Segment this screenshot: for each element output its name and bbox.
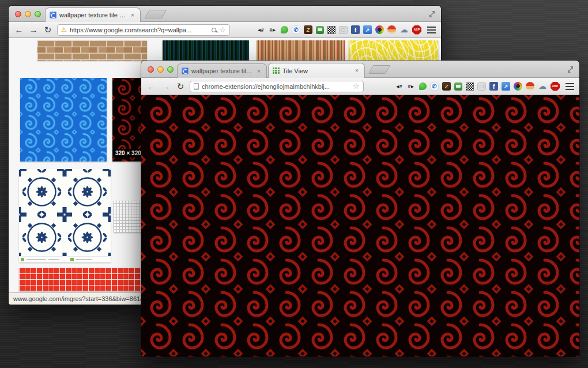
result-green-stripes-texture[interactable] <box>163 40 249 61</box>
color-wheel-extension-icon[interactable] <box>375 25 384 34</box>
new-tab-button[interactable] <box>145 10 167 18</box>
new-tab-button[interactable] <box>368 65 390 74</box>
zoom-window-button[interactable] <box>167 66 174 73</box>
screen-share-extension-icon[interactable] <box>454 82 462 91</box>
reload-button[interactable]: ↻ <box>43 25 53 34</box>
close-window-button[interactable] <box>148 66 154 73</box>
tab-strip: wallpaper texture tile – G × Tile View × <box>141 61 579 78</box>
tab-close-icon[interactable]: × <box>129 12 136 18</box>
share-arrow-extension-icon[interactable]: ↗ <box>502 82 510 91</box>
result-yellow-swirl-texture[interactable] <box>349 40 438 61</box>
menu-icon[interactable] <box>566 83 574 90</box>
tab-title: wallpaper texture tile – G <box>191 67 252 74</box>
tile-view-favicon <box>273 67 280 74</box>
resize-window-icon[interactable] <box>428 10 436 18</box>
resize-window-icon[interactable] <box>567 66 574 73</box>
qr-code-extension-icon[interactable] <box>466 82 474 91</box>
tab-close-icon[interactable]: × <box>353 67 360 74</box>
image-size-badge: 320 × 320 <box>112 149 144 157</box>
url-text[interactable]: https://www.google.com/search?q=wallpa..… <box>70 27 209 33</box>
extensions-row: ◄# #► ✆ Z f ↗ ☁ ABP <box>394 82 574 91</box>
tab-tile-view[interactable]: Tile View × <box>268 63 365 78</box>
tab-google-search[interactable]: wallpaper texture tile – Go × <box>45 7 141 22</box>
browser-window-tile-view: wallpaper texture tile – G × Tile View ×… <box>141 61 579 356</box>
back-button[interactable]: ← <box>146 82 157 91</box>
watermark-text-line <box>76 259 92 260</box>
browser-toolbar: ← → ↻ chrome-extension://ejhongliojmalmb… <box>141 78 579 95</box>
tab-strip: wallpaper texture tile – Go × <box>9 6 441 22</box>
tab-title: Tile View <box>282 67 350 74</box>
bookmark-star-icon[interactable]: ☆ <box>353 82 360 91</box>
watermark-logo-icon <box>21 258 24 261</box>
reload-button[interactable]: ↻ <box>175 82 186 91</box>
phone-extension-icon[interactable]: ✆ <box>292 25 300 34</box>
back-button[interactable]: ← <box>14 25 24 34</box>
hash-left-extension-icon[interactable]: ◄# <box>255 25 265 35</box>
forward-button[interactable]: → <box>28 25 39 34</box>
forward-button[interactable]: → <box>161 82 171 91</box>
watermark-text-line <box>27 259 46 260</box>
z-app-extension-icon[interactable]: Z <box>304 25 312 34</box>
traffic-lights <box>148 66 174 73</box>
traffic-lights <box>15 11 41 17</box>
tiled-wallpaper-preview <box>141 95 579 356</box>
security-warning-icon[interactable]: ⚠ <box>61 26 67 33</box>
green-pin-extension-icon[interactable] <box>281 26 288 33</box>
stock-watermark <box>19 256 111 262</box>
address-bar[interactable]: ⚠ https://www.google.com/search?q=wallpa… <box>57 24 230 36</box>
minimize-window-button[interactable] <box>157 66 164 73</box>
color-wheel-extension-icon[interactable] <box>514 82 522 91</box>
z-app-extension-icon[interactable]: Z <box>442 82 451 91</box>
page-icon <box>194 83 199 90</box>
result-brick-texture[interactable] <box>37 40 147 61</box>
hash-left-extension-icon[interactable]: ◄# <box>394 82 403 91</box>
close-window-button[interactable] <box>15 11 21 17</box>
qr-code-extension-icon[interactable] <box>327 26 336 34</box>
santa-extension-icon[interactable] <box>387 25 396 34</box>
phone-extension-icon[interactable]: ✆ <box>430 82 439 91</box>
bookmark-star-icon[interactable]: ☆ <box>219 25 226 34</box>
cloud-extension-icon[interactable]: ☁ <box>538 82 547 91</box>
disabled-extension-icon[interactable] <box>477 82 486 91</box>
browser-toolbar: ← → ↻ ⚠ https://www.google.com/search?q=… <box>9 22 441 38</box>
extensions-row: ◄# #► ✆ Z f ↗ ☁ ABP <box>255 25 436 35</box>
cloud-extension-icon[interactable]: ☁ <box>399 25 409 35</box>
result-blue-white-tile-texture[interactable] <box>19 169 111 262</box>
result-blue-swirl-texture[interactable] <box>20 78 107 162</box>
zoom-window-button[interactable] <box>35 11 41 17</box>
green-pin-extension-icon[interactable] <box>419 82 427 90</box>
hash-right-extension-icon[interactable]: #► <box>268 25 277 35</box>
santa-extension-icon[interactable] <box>526 82 534 91</box>
share-arrow-extension-icon[interactable]: ↗ <box>363 25 372 34</box>
address-bar[interactable]: chrome-extension://ejhongliojmalmbchihkb… <box>190 81 364 92</box>
facebook-extension-icon[interactable]: f <box>489 82 498 91</box>
hash-right-extension-icon[interactable]: #► <box>406 82 416 91</box>
minimize-window-button[interactable] <box>25 11 31 17</box>
tab-title: wallpaper texture tile – Go <box>59 12 126 18</box>
disabled-extension-icon[interactable] <box>339 26 348 34</box>
watermark-logo-icon <box>70 258 74 261</box>
search-icon[interactable] <box>212 28 216 32</box>
google-favicon <box>50 12 56 18</box>
tab-close-icon[interactable]: × <box>255 68 262 74</box>
url-text[interactable]: chrome-extension://ejhongliojmalmbchihkb… <box>202 83 350 90</box>
screen-share-extension-icon[interactable] <box>316 26 324 34</box>
facebook-extension-icon[interactable]: f <box>351 25 360 34</box>
watermark-text-line <box>48 259 59 260</box>
tab-google-search[interactable]: wallpaper texture tile – G × <box>177 63 267 78</box>
adblock-plus-extension-icon[interactable]: ABP <box>412 25 421 35</box>
adblock-plus-extension-icon[interactable]: ABP <box>551 82 560 91</box>
menu-icon[interactable] <box>427 27 436 33</box>
google-favicon <box>182 67 189 74</box>
result-tan-stripes-texture[interactable] <box>257 40 345 61</box>
